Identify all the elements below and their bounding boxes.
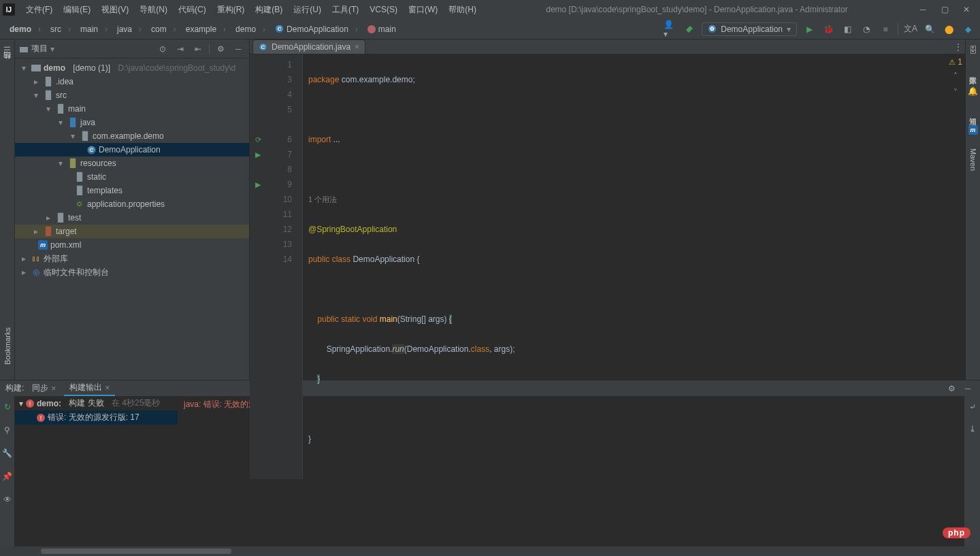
tree-scratch[interactable]: ▸◎临时文件和控制台 xyxy=(15,265,249,279)
wrench-icon[interactable]: 🔧 xyxy=(1,446,14,460)
pin-icon[interactable]: 📌 xyxy=(1,470,14,483)
build-scrollbar[interactable] xyxy=(0,546,980,556)
structure-tab-icon[interactable]: ☰ xyxy=(1,44,14,57)
run-gutter-icon[interactable]: ⟳ xyxy=(255,132,261,147)
menu-build[interactable]: 构建(B) xyxy=(250,1,288,18)
tree-appprops[interactable]: ⛭application.properties xyxy=(15,197,249,211)
menu-refactor[interactable]: 重构(R) xyxy=(212,1,250,18)
scroll-down-icon[interactable]: ˅ xyxy=(949,86,962,99)
crumb-java[interactable]: java xyxy=(113,23,147,35)
build-tree-error[interactable]: ! 错误: 无效的源发行版: 17 xyxy=(15,410,178,425)
coverage-icon[interactable]: ◧ xyxy=(840,22,854,36)
line-gutter[interactable]: 1 3 4 5 ⟳6 ▶7 8 ▶9 10 11 12 13 14 xyxy=(250,54,296,479)
build-tree[interactable]: ▾! demo: 构建 失败 在 4秒25毫秒 ! 错误: 无效的源发行版: 1… xyxy=(15,396,178,546)
menu-nav[interactable]: 导航(N) xyxy=(134,1,173,18)
crumb-example[interactable]: example xyxy=(182,23,231,35)
translate-icon[interactable]: 文A xyxy=(904,22,917,36)
rerun-icon[interactable]: ↻ xyxy=(1,400,14,414)
scroll-to-end-icon[interactable]: ⤓ xyxy=(966,422,979,436)
collapse-all-icon[interactable]: ⇤ xyxy=(191,42,205,56)
expand-all-icon[interactable]: ⇥ xyxy=(174,42,187,56)
tree-target[interactable]: ▸▉target xyxy=(15,225,249,238)
scroll-up-icon[interactable]: ˄ xyxy=(949,69,962,83)
menu-window[interactable]: 窗口(W) xyxy=(403,1,443,18)
database-tab-icon[interactable]: 🗄 xyxy=(966,44,980,57)
database-tab[interactable]: 数据库 xyxy=(968,68,978,73)
warning-badge[interactable]: ⚠ 1 xyxy=(949,57,962,67)
tab-close-icon[interactable]: × xyxy=(355,42,359,52)
run-gutter-icon[interactable]: ▶ xyxy=(255,147,261,162)
menu-file[interactable]: 文件(F) xyxy=(20,1,58,18)
menu-help[interactable]: 帮助(H) xyxy=(443,1,482,18)
maven-tab[interactable]: Maven xyxy=(969,146,977,174)
filter-icon[interactable]: ⚲ xyxy=(1,423,14,437)
fold-gutter[interactable] xyxy=(296,54,303,479)
navbar: demo src main java com example demo CDem… xyxy=(0,19,980,39)
softwrap-icon[interactable]: ⤶ xyxy=(966,400,979,414)
tree-templates[interactable]: ▉templates xyxy=(15,184,249,197)
tree-main[interactable]: ▾▉main xyxy=(15,102,249,116)
crumb-class[interactable]: CDemoApplication xyxy=(271,23,363,35)
build-tab-sync[interactable]: 同步× xyxy=(27,381,61,395)
profile-icon[interactable]: ◔ xyxy=(860,22,873,36)
code-content[interactable]: package com.example.demo; import ... 1 个… xyxy=(303,54,946,479)
tab-close-icon[interactable]: × xyxy=(105,383,110,393)
search-icon[interactable]: 🔍 xyxy=(923,22,936,36)
close-icon[interactable]: ✕ xyxy=(962,5,970,14)
settings-icon[interactable]: ⚙ xyxy=(214,42,227,56)
project-tree[interactable]: ▾ demo [demo (1)] D:\java\code\springBoo… xyxy=(15,59,249,380)
minimize-icon[interactable]: ─ xyxy=(919,5,927,14)
code-editor[interactable]: 1 3 4 5 ⟳6 ▶7 8 ▶9 10 11 12 13 14 packag… xyxy=(250,54,965,479)
scrollbar-thumb[interactable] xyxy=(41,549,231,554)
tree-demoapplication[interactable]: CDemoApplication xyxy=(15,143,249,157)
debug-icon[interactable]: 🐞 xyxy=(821,22,835,36)
menu-code[interactable]: 代码(C) xyxy=(173,1,212,18)
codewithme-icon[interactable]: ◆ xyxy=(961,22,975,36)
user-icon[interactable]: 👤▾ xyxy=(664,22,677,36)
tab-close-icon[interactable]: × xyxy=(51,384,56,393)
editor-area: C DemoApplication.java × ⋮ 1 3 4 5 ⟳6 ▶7… xyxy=(250,39,965,380)
crumb-main[interactable]: main xyxy=(76,23,113,35)
stop-icon[interactable]: ■ xyxy=(879,22,892,36)
run-icon[interactable]: ▶ xyxy=(802,22,816,36)
hide-panel-icon[interactable]: ─ xyxy=(231,42,245,56)
crumb-demo[interactable]: demo xyxy=(5,23,46,35)
bookmarks-tab[interactable]: Bookmarks xyxy=(3,327,12,365)
tree-resources[interactable]: ▾▉resources xyxy=(15,157,249,170)
tree-pom[interactable]: mpom.xml xyxy=(15,238,249,252)
tree-java[interactable]: ▾▉java xyxy=(15,116,249,129)
menu-view[interactable]: 视图(V) xyxy=(96,1,134,18)
tree-static[interactable]: ▉static xyxy=(15,170,249,184)
editor-tab-demoapplication[interactable]: C DemoApplication.java × xyxy=(252,39,365,54)
menu-vcs[interactable]: VCS(S) xyxy=(364,2,403,17)
crumb-method[interactable]: main xyxy=(363,23,408,35)
crumb-com[interactable]: com xyxy=(147,23,182,35)
tree-src[interactable]: ▾▉src xyxy=(15,88,249,102)
select-opened-icon[interactable]: ⊙ xyxy=(156,42,169,56)
tree-package[interactable]: ▾▉com.example.demo xyxy=(15,129,249,143)
notifications-tab[interactable]: 通知 xyxy=(968,109,978,114)
run-config-selector[interactable]: ✿ DemoApplication ▾ xyxy=(702,22,797,36)
editor-more-icon[interactable]: ⋮ xyxy=(951,40,965,54)
tree-idea[interactable]: ▸▉.idea xyxy=(15,75,249,88)
crumb-demo2[interactable]: demo xyxy=(231,23,271,35)
folder-icon xyxy=(19,44,29,54)
notifications-tab-icon[interactable]: 🔔 xyxy=(966,84,980,98)
maximize-icon[interactable]: ▢ xyxy=(941,5,949,14)
build-tree-root[interactable]: ▾! demo: 构建 失败 在 4秒25毫秒 xyxy=(15,396,178,410)
build-hammer-icon[interactable] xyxy=(683,22,696,36)
ide-sync-icon[interactable]: ⬤ xyxy=(942,22,956,36)
class-icon: C xyxy=(87,146,96,154)
menu-tools[interactable]: 工具(T) xyxy=(327,1,364,18)
maven-tab-icon[interactable]: m xyxy=(968,125,978,135)
run-gutter-icon[interactable]: ▶ xyxy=(255,177,261,192)
tree-root[interactable]: ▾ demo [demo (1)] D:\java\code\springBoo… xyxy=(15,61,249,75)
crumb-src[interactable]: src xyxy=(46,23,76,35)
menu-edit[interactable]: 编辑(E) xyxy=(58,1,96,18)
tree-test[interactable]: ▸▉test xyxy=(15,211,249,225)
eye-icon[interactable]: 👁 xyxy=(1,493,14,506)
build-tab-output[interactable]: 构建输出× xyxy=(64,380,115,396)
project-panel-title[interactable]: 项目 ▾ xyxy=(19,43,54,54)
tree-extlib[interactable]: ▸⫾⫾外部库 xyxy=(15,252,249,265)
menu-run[interactable]: 运行(U) xyxy=(288,1,327,18)
